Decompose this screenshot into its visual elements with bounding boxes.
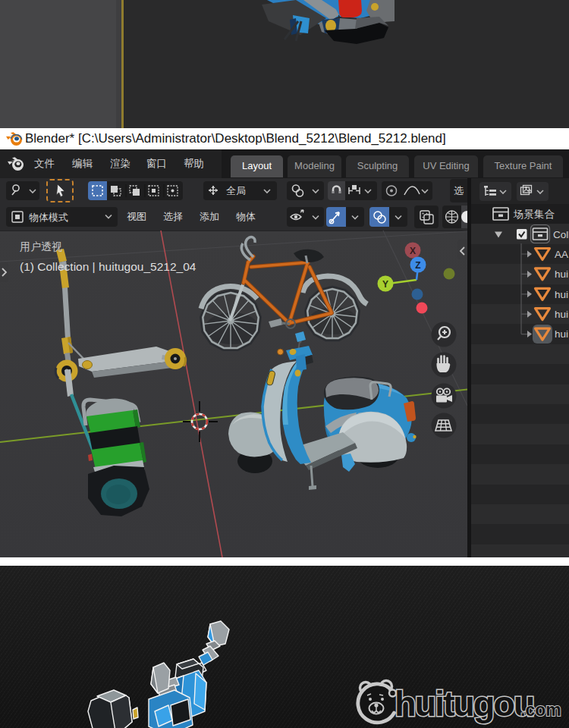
svg-text:物体模式: 物体模式 <box>29 212 68 223</box>
svg-text:全局: 全局 <box>226 185 246 196</box>
svg-text:Z: Z <box>415 260 420 271</box>
svg-text:hui: hui <box>555 268 568 280</box>
svg-text:hui: hui <box>555 309 568 320</box>
svg-text:用户透视: 用户透视 <box>20 240 62 253</box>
svg-text:(1) Collection | huitugou_5212: (1) Collection | huitugou_5212_04 <box>20 260 196 273</box>
svg-text:.com: .com <box>520 700 561 720</box>
svg-text:Colle: Colle <box>553 229 569 240</box>
svg-text:hui: hui <box>555 289 568 300</box>
svg-text:hui: hui <box>555 328 568 340</box>
svg-text:X: X <box>410 246 416 256</box>
svg-text:场景集合: 场景集合 <box>513 209 555 220</box>
svg-text:AA: AA <box>555 249 568 260</box>
svg-text:huitugou: huitugou <box>395 683 533 723</box>
svg-text:Y: Y <box>382 279 388 290</box>
